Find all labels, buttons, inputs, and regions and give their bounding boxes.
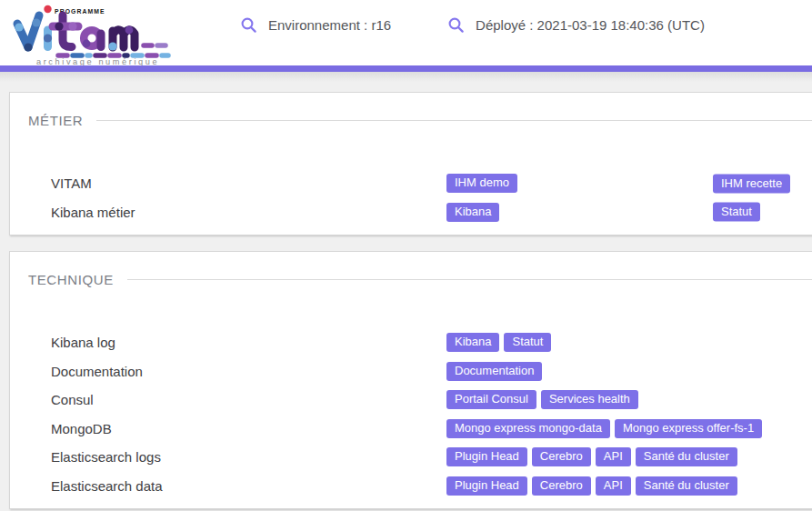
content-area: MÉTIERVITAMIHM demoIHM recetteKibana mét… — [0, 92, 812, 509]
link-button-services-health[interactable]: Services health — [541, 390, 638, 409]
service-label: Consul — [51, 392, 446, 407]
service-label: Documentation — [51, 364, 446, 379]
link-button-plugin-head[interactable]: Plugin Head — [446, 447, 527, 466]
button-group: IHM demo — [446, 174, 517, 193]
deployed-link[interactable]: Déployé : 2021-03-19 18:40:36 (UTC) — [447, 16, 705, 34]
service-row-vitam: VITAMIHM demoIHM recette — [28, 169, 812, 198]
section-rows: VITAMIHM demoIHM recetteKibana métierKib… — [28, 169, 812, 226]
button-group: Plugin HeadCerebroAPISanté du cluster — [446, 476, 737, 496]
environment-link[interactable]: Environnement : r16 — [240, 16, 391, 34]
button-group: Plugin HeadCerebroAPISanté du cluster — [446, 447, 737, 466]
service-label: VITAM — [51, 175, 446, 191]
service-row-kibana-log: Kibana logKibanaStatut — [28, 328, 812, 357]
service-row-elasticsearch-logs: Elasticsearch logsPlugin HeadCerebroAPIS… — [28, 443, 812, 472]
service-row-documentation: DocumentationDocumentation — [28, 357, 812, 386]
bar-shadow — [0, 72, 812, 82]
accent-bar — [0, 65, 812, 72]
link-button-api[interactable]: API — [596, 447, 631, 466]
link-button-documentation[interactable]: Documentation — [446, 362, 542, 381]
service-row-kibana-m-tier: Kibana métierKibanaStatut — [28, 198, 812, 227]
link-button-api[interactable]: API — [596, 476, 631, 496]
link-button-ihm-demo[interactable]: IHM demo — [446, 174, 517, 193]
section-divider — [127, 279, 812, 280]
service-label: Elasticsearch logs — [51, 449, 446, 465]
link-button-cerebro[interactable]: Cerebro — [532, 447, 591, 466]
button-group: Kibana — [446, 203, 499, 222]
search-icon — [447, 16, 465, 34]
section-card-m-tier: MÉTIERVITAMIHM demoIHM recetteKibana mét… — [9, 92, 812, 235]
link-button-statut[interactable]: Statut — [713, 203, 760, 222]
section-title: MÉTIER — [28, 113, 83, 128]
link-button-plugin-head[interactable]: Plugin Head — [446, 476, 527, 496]
button-group: Statut — [713, 203, 760, 222]
logo-red-dot — [44, 5, 51, 13]
link-button-mongo-express-offer-fs-1[interactable]: Mongo express offer-fs-1 — [615, 419, 762, 438]
link-button-sant-du-cluster[interactable]: Santé du cluster — [636, 476, 737, 496]
section-header: TECHNIQUE — [28, 270, 812, 288]
service-row-consul: ConsulPortail ConsulServices health — [28, 386, 812, 415]
environment-label: Environnement : r16 — [268, 17, 391, 33]
vitam-logo-graphic: PROGRAMME — [5, 0, 224, 65]
link-button-statut[interactable]: Statut — [504, 333, 551, 352]
link-button-sant-du-cluster[interactable]: Santé du cluster — [636, 447, 737, 466]
logo-tagline-text: archivage numérique — [36, 57, 159, 65]
button-group: IHM recette — [713, 174, 790, 193]
service-label: Kibana log — [51, 335, 446, 350]
button-group: KibanaStatut — [446, 333, 551, 352]
vitam-logo: PROGRAMME — [5, 0, 224, 65]
deployed-label: Déployé : 2021-03-19 18:40:36 (UTC) — [476, 17, 705, 33]
button-group: Documentation — [446, 362, 542, 381]
button-group: Portail ConsulServices health — [446, 390, 638, 409]
service-label: MongoDB — [51, 421, 446, 436]
section-divider — [96, 120, 812, 121]
link-button-ihm-recette[interactable]: IHM recette — [713, 174, 790, 193]
link-button-portail-consul[interactable]: Portail Consul — [446, 390, 536, 409]
section-rows: Kibana logKibanaStatutDocumentationDocum… — [28, 328, 812, 500]
section-title: TECHNIQUE — [28, 272, 114, 287]
section-header: MÉTIER — [28, 111, 812, 129]
app-header: PROGRAMME — [0, 0, 812, 65]
service-row-mongodb: MongoDBMongo express mongo-dataMongo exp… — [28, 415, 812, 444]
search-icon — [240, 16, 257, 34]
service-label: Kibana métier — [51, 205, 446, 220]
service-label: Elasticsearch data — [51, 478, 446, 494]
service-row-elasticsearch-data: Elasticsearch dataPlugin HeadCerebroAPIS… — [28, 472, 812, 501]
link-button-kibana[interactable]: Kibana — [446, 203, 499, 222]
link-button-mongo-express-mongo-data[interactable]: Mongo express mongo-data — [446, 419, 610, 438]
link-button-cerebro[interactable]: Cerebro — [532, 476, 591, 496]
button-group: Mongo express mongo-dataMongo express of… — [446, 419, 762, 438]
link-button-kibana[interactable]: Kibana — [446, 333, 499, 352]
section-card-technique: TECHNIQUEKibana logKibanaStatutDocumenta… — [9, 251, 812, 509]
